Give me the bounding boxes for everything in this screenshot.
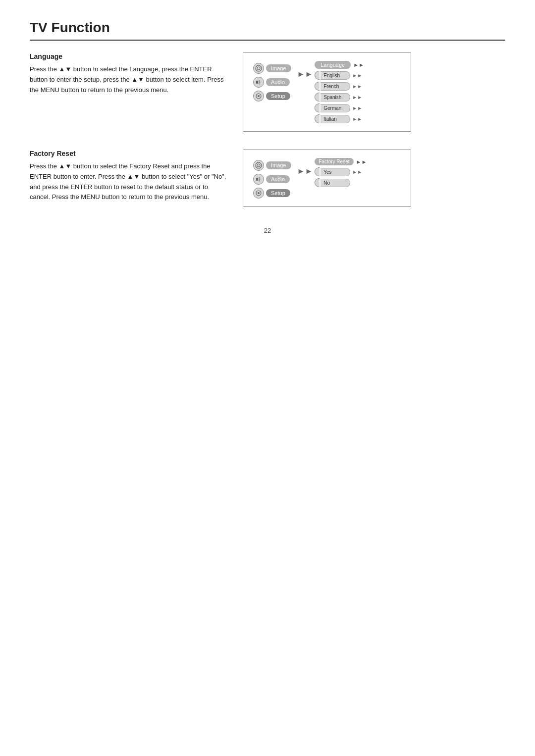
language-label-pill: Language [315,61,351,69]
svg-point-4 [258,95,260,97]
submenu-french: French ►► [315,82,364,91]
svg-point-1 [257,67,260,70]
fr-left-menu-col: Image Audio Setup [253,158,291,199]
italian-arrow: ►► [352,116,362,122]
radio-no [315,178,320,187]
fr-setup-icon [253,188,264,199]
french-arrow: ►► [352,84,362,89]
fr-double-arrow-icon: ►► [297,167,313,176]
radio-yes [315,167,320,176]
english-pill: English [321,71,350,80]
audio-row: Audio [253,77,291,88]
radio-french [315,82,320,91]
fr-top-label-row: Factory Reset ►► [315,158,367,165]
submenu-no: No [315,178,367,187]
fr-right-submenu-col: Factory Reset ►► Yes ►► No [315,158,367,187]
setup-row: Setup [253,91,291,101]
radio-english [315,71,320,80]
audio-icon [253,77,264,88]
factory-reset-section: Factory Reset Press the ▲▼ button to sel… [30,150,505,207]
submenu-yes: Yes ►► [315,167,367,176]
language-diagram: Image Audio Setup ►► [243,52,411,132]
fr-audio-icon [253,174,264,185]
fr-setup-row: Setup [253,188,291,199]
factory-reset-text: Factory Reset Press the ▲▼ button to sel… [30,150,228,202]
svg-point-0 [256,65,262,71]
svg-point-6 [257,164,260,167]
svg-rect-7 [256,178,258,181]
svg-point-5 [256,162,262,168]
factory-reset-paragraph: Press the ▲▼ button to select the Factor… [30,161,228,202]
left-menu-col: Image Audio Setup [253,61,291,101]
yes-arrow: ►► [352,169,362,175]
image-row: Image [253,63,291,74]
fr-arrows-col: ►► [297,158,313,176]
no-pill: No [321,179,350,187]
audio-pill: Audio [266,78,290,86]
image-pill: Image [266,64,291,72]
yes-pill: Yes [321,168,350,176]
german-arrow: ►► [352,105,362,111]
fr-image-row: Image [253,160,291,171]
english-arrow: ►► [352,73,362,78]
fr-top-label-arrow: ►► [356,159,367,165]
page-title: TV Function [30,20,505,41]
submenu-german: German ►► [315,103,364,112]
double-arrow-icon: ►► [297,70,313,79]
language-paragraph: Press the ▲▼ button to select the Langua… [30,64,228,95]
language-text: Language Press the ▲▼ button to select t… [30,52,228,95]
fr-image-icon [253,160,264,171]
spanish-pill: Spanish [321,93,350,101]
german-pill: German [321,104,350,112]
factory-reset-diagram: Image Audio Setup ►► [243,150,411,207]
svg-point-9 [258,192,260,194]
setup-pill: Setup [266,92,290,100]
setup-icon [253,91,264,101]
submenu-english: English ►► [315,71,364,80]
french-pill: French [321,82,350,91]
fr-audio-row: Audio [253,174,291,185]
top-label-arrow: ►► [353,62,364,68]
submenu-spanish: Spanish ►► [315,93,364,101]
radio-italian [315,114,320,123]
submenu-italian: Italian ►► [315,114,364,123]
fr-image-pill: Image [266,161,291,169]
top-label-row: Language ►► [315,61,364,69]
radio-spanish [315,93,320,101]
page-number: 22 [30,227,505,234]
image-icon [253,63,264,74]
right-submenu-col: Language ►► English ►► French ►► Spanish [315,61,364,123]
factory-reset-label-pill: Factory Reset [315,158,353,165]
radio-german [315,103,320,112]
fr-audio-pill: Audio [266,175,290,183]
arrows-col: ►► [297,61,313,79]
italian-pill: Italian [321,115,350,123]
factory-reset-heading: Factory Reset [30,150,228,157]
fr-setup-pill: Setup [266,189,290,197]
spanish-arrow: ►► [352,95,362,100]
svg-rect-2 [256,81,258,84]
language-heading: Language [30,52,228,60]
language-section: Language Press the ▲▼ button to select t… [30,52,505,132]
